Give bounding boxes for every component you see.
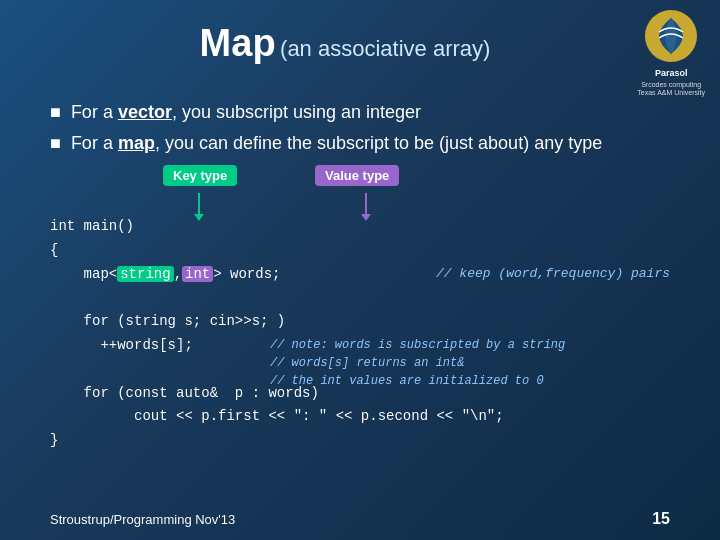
code-comment-2: // note: words is subscripted by a strin… (270, 336, 565, 354)
code-area: Key type Value type int main() { map<str… (50, 165, 670, 490)
footer: Stroustrup/Programming Nov'13 15 (0, 510, 720, 528)
bullet-1: ■ For a vector, you subscript using an i… (50, 100, 670, 125)
code-line-1: int main() (50, 215, 670, 239)
code-comment-multi: // note: words is subscripted by a strin… (270, 336, 565, 390)
code-line-9: } (50, 429, 670, 453)
code-comment-1: // keep (word,frequency) pairs (436, 266, 670, 281)
bullets-section: ■ For a vector, you subscript using an i… (50, 100, 670, 162)
logo: Parasol Srcodes computingTexas A&M Unive… (637, 10, 705, 98)
footer-author: Stroustrup/Programming Nov'13 (50, 512, 235, 527)
bullet-text-1: For a vector, you subscript using an int… (71, 100, 421, 125)
footer-page: 15 (652, 510, 670, 528)
bullet-text-2: For a map, you can define the subscript … (71, 131, 602, 156)
title-sub: (an associative array) (280, 36, 490, 61)
bullet-dot-2: ■ (50, 133, 61, 154)
value-type-arrow-icon (365, 193, 367, 215)
code-line-8: cout << p.first << ": " << p.second << "… (50, 405, 670, 429)
value-type-label: Value type (315, 165, 399, 186)
parasol-logo-icon (645, 10, 697, 62)
code-line-4: for (string s; cin>>s; ) (50, 310, 670, 334)
logo-subtext: Srcodes computingTexas A&M University (637, 81, 705, 98)
key-type-arrow-icon (198, 193, 200, 215)
code-comment-4: // the int values are initialized to 0 (270, 372, 565, 390)
slide: Parasol Srcodes computingTexas A&M Unive… (0, 0, 720, 540)
slide-title: Map (an associative array) (50, 22, 640, 65)
logo-label: Parasol (637, 68, 705, 79)
code-line-2: { (50, 239, 670, 263)
title-main: Map (200, 22, 276, 64)
bullet-dot-1: ■ (50, 102, 61, 123)
bullet-2: ■ For a map, you can define the subscrip… (50, 131, 670, 156)
code-comment-3: // words[s] returns an int& (270, 354, 565, 372)
code-block: int main() { map<string,int> words; // k… (50, 215, 670, 453)
key-type-label: Key type (163, 165, 237, 186)
